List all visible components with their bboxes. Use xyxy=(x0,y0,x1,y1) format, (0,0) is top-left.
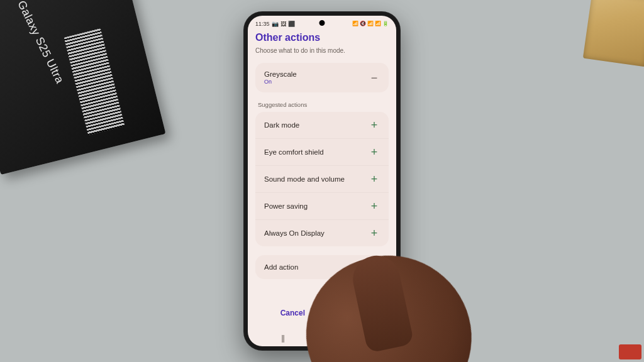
app-icon: ⬛ xyxy=(288,21,295,27)
add-icon[interactable]: + xyxy=(369,173,380,185)
suggested-label: Dark mode xyxy=(264,121,299,129)
active-actions-card: Greyscale On − xyxy=(255,63,389,92)
box-product-name: Galaxy S25 Ultra xyxy=(14,0,66,85)
camera-icon: 📷 xyxy=(272,21,279,27)
gallery-icon: 🖼 xyxy=(280,21,286,27)
suggested-row-eye-comfort[interactable]: Eye comfort shield + xyxy=(255,139,389,166)
battery-icon: 🔋 xyxy=(382,21,389,26)
signal-icon-2: 📶 xyxy=(375,21,381,26)
network-icon: 📶 xyxy=(352,21,358,26)
suggested-label: Power saving xyxy=(264,202,308,210)
video-watermark xyxy=(619,344,641,359)
action-status: On xyxy=(264,79,297,85)
suggested-actions-card: Dark mode + Eye comfort shield + Sound m… xyxy=(255,112,389,246)
page-title: Other actions xyxy=(255,32,389,43)
status-left: 11:35 📷 🖼 ⬛ xyxy=(255,21,295,27)
suggested-row-dark-mode[interactable]: Dark mode + xyxy=(255,112,389,139)
suggested-label: Eye comfort shield xyxy=(264,148,324,156)
mute-icon: 🔇 xyxy=(360,21,366,26)
action-row-greyscale[interactable]: Greyscale On − xyxy=(255,63,389,92)
add-icon[interactable]: + xyxy=(369,119,380,131)
suggested-row-power-saving[interactable]: Power saving + xyxy=(255,193,389,220)
add-icon[interactable]: + xyxy=(369,146,380,158)
suggested-header: Suggested actions xyxy=(258,101,386,108)
page-subtitle: Choose what to do in this mode. xyxy=(255,47,389,54)
suggested-row-aod[interactable]: Always On Display + xyxy=(255,220,389,246)
status-right: 📶 🔇 📶 📶 🔋 xyxy=(352,21,389,26)
status-time: 11:35 xyxy=(255,21,270,27)
add-icon[interactable]: + xyxy=(369,200,380,212)
suggested-label: Sound mode and volume xyxy=(264,175,345,183)
signal-icon-1: 📶 xyxy=(367,21,374,26)
action-label: Greyscale xyxy=(264,70,297,78)
front-camera xyxy=(319,20,325,26)
add-icon[interactable]: + xyxy=(369,228,380,239)
recents-button[interactable]: ||| xyxy=(281,333,284,343)
suggested-row-sound[interactable]: Sound mode and volume + xyxy=(255,166,389,193)
suggested-label: Always On Display xyxy=(264,229,325,237)
remove-icon[interactable]: − xyxy=(369,72,380,84)
background-object xyxy=(583,0,644,67)
